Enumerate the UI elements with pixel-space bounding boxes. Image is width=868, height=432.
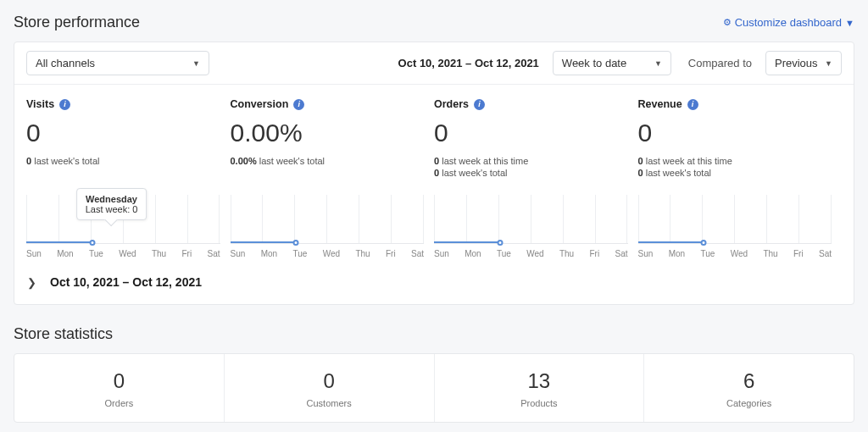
info-icon[interactable]: i xyxy=(59,99,70,110)
metric-card: Revenuei00 last week at this time0 last … xyxy=(638,98,843,180)
metric-card: Visitsi00 last week's total xyxy=(26,98,231,180)
customize-dashboard-label: Customize dashboard xyxy=(735,16,842,29)
metric-subtext: 0 last week's total xyxy=(26,156,220,166)
period-select-label: Week to date xyxy=(562,57,626,69)
stat-value: 0 xyxy=(225,369,434,393)
channel-select-label: All channels xyxy=(36,57,95,69)
chart-tooltip: WednesdayLast week: 0 xyxy=(76,188,147,220)
performance-panel: All channels ▼ Oct 10, 2021 – Oct 12, 20… xyxy=(14,42,854,305)
caret-down-icon: ▼ xyxy=(654,59,662,68)
gear-icon: ⚙ xyxy=(723,17,732,28)
compared-to-label: Compared to xyxy=(688,57,752,69)
chart-axis: SunMonTueWedThuFriSat xyxy=(434,249,628,258)
metric-value: 0 xyxy=(434,120,628,146)
metric-title: Visits xyxy=(26,98,54,110)
metric-chart[interactable]: SunMonTueWedThuFriSat xyxy=(638,195,843,258)
store-statistics-title: Store statistics xyxy=(14,325,854,343)
stat-label: Categories xyxy=(644,398,854,408)
performance-panel-header: All channels ▼ Oct 10, 2021 – Oct 12, 20… xyxy=(14,42,854,85)
metric-chart[interactable]: SunMonTueWedThuFriSat xyxy=(231,195,435,258)
stat-value: 6 xyxy=(644,369,854,393)
metric-subtext: 0 last week's total xyxy=(638,168,832,178)
stats-panel: 0Orders0Customers13Products6Categories xyxy=(14,353,854,423)
stat-label: Orders xyxy=(14,398,224,408)
tooltip-day: Wednesday xyxy=(86,194,138,204)
metric-value: 0.00% xyxy=(231,120,425,146)
metric-title: Conversion xyxy=(231,98,289,110)
metric-title: Orders xyxy=(434,98,469,110)
tooltip-value: Last week: 0 xyxy=(86,204,138,214)
caret-down-icon: ▼ xyxy=(845,18,854,28)
metric-card: Conversioni0.00%0.00% last week's total xyxy=(231,98,435,180)
metric-subtext: 0 last week's total xyxy=(434,168,628,178)
stat-card[interactable]: 13Products xyxy=(434,354,644,422)
metric-chart[interactable]: WednesdayLast week: 0SunMonTueWedThuFriS… xyxy=(26,195,231,258)
customize-dashboard-button[interactable]: ⚙ Customize dashboard ▼ xyxy=(723,16,854,29)
store-performance-title: Store performance xyxy=(14,14,140,31)
stat-value: 0 xyxy=(14,369,224,393)
date-range-label: Oct 10, 2021 – Oct 12, 2021 xyxy=(398,57,539,69)
date-range-row[interactable]: ❯ Oct 10, 2021 – Oct 12, 2021 xyxy=(14,258,854,304)
metric-value: 0 xyxy=(638,120,832,146)
metric-card: Ordersi00 last week at this time0 last w… xyxy=(434,98,638,180)
info-icon[interactable]: i xyxy=(687,99,698,110)
chevron-right-icon: ❯ xyxy=(26,276,36,289)
period-select[interactable]: Week to date ▼ xyxy=(553,51,671,75)
date-range-footer-label: Oct 10, 2021 – Oct 12, 2021 xyxy=(50,275,202,289)
metric-subtext: 0.00% last week's total xyxy=(231,156,425,166)
stat-card[interactable]: 6Categories xyxy=(643,354,854,422)
chart-axis: SunMonTueWedThuFriSat xyxy=(26,249,220,258)
compare-select-label: Previous xyxy=(775,57,818,69)
caret-down-icon: ▼ xyxy=(825,59,832,68)
metric-chart[interactable]: SunMonTueWedThuFriSat xyxy=(434,195,638,258)
stat-value: 13 xyxy=(435,369,644,393)
chart-axis: SunMonTueWedThuFriSat xyxy=(231,249,425,258)
compare-select[interactable]: Previous ▼ xyxy=(765,51,842,75)
metric-title: Revenue xyxy=(638,98,682,110)
stat-card[interactable]: 0Orders xyxy=(14,354,224,422)
stat-label: Products xyxy=(435,398,644,408)
info-icon[interactable]: i xyxy=(474,99,485,110)
metric-subtext: 0 last week at this time xyxy=(638,156,832,166)
channel-select[interactable]: All channels ▼ xyxy=(26,51,209,75)
stat-label: Customers xyxy=(225,398,434,408)
info-icon[interactable]: i xyxy=(293,99,304,110)
metric-value: 0 xyxy=(26,120,220,146)
chart-axis: SunMonTueWedThuFriSat xyxy=(638,249,832,258)
metric-subtext: 0 last week at this time xyxy=(434,156,628,166)
caret-down-icon: ▼ xyxy=(192,59,200,68)
stat-card[interactable]: 0Customers xyxy=(224,354,434,422)
